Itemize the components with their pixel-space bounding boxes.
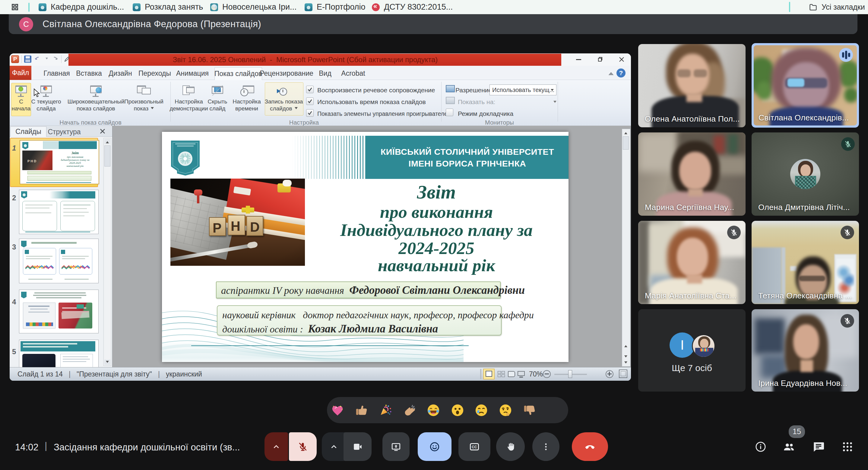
svg-text:CC: CC bbox=[472, 445, 477, 449]
